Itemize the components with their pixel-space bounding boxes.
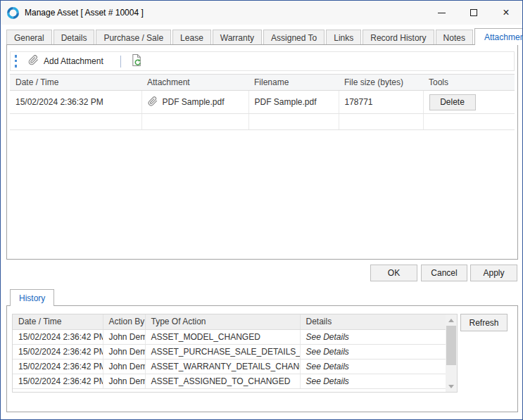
attachment-file-size: 178771 [339, 91, 423, 114]
minimize-button[interactable] [425, 1, 458, 25]
apply-button[interactable]: Apply [470, 265, 517, 281]
attachments-table: Date / Time Attachment Filename File siz… [10, 74, 515, 130]
close-icon: × [503, 7, 509, 18]
close-button[interactable]: × [490, 1, 522, 25]
history-header-row: Date / Time Action By Type Of Action Det… [13, 314, 446, 329]
maximize-icon [470, 9, 477, 16]
column-header-tools: Tools [423, 75, 515, 91]
tab-history[interactable]: History [10, 289, 54, 306]
tab-general[interactable]: General [6, 30, 52, 45]
tab-details[interactable]: Details [53, 30, 95, 45]
add-attachment-button[interactable]: Add Attachment [24, 53, 108, 70]
arrow-up-icon [448, 319, 454, 322]
scroll-down-button[interactable] [446, 381, 457, 392]
column-header-date-time: Date / Time [13, 314, 103, 329]
scroll-up-button[interactable] [446, 314, 457, 326]
minimize-icon [438, 13, 446, 13]
history-row: 15/02/2024 2:36:42 PM John Demo ASSET_PU… [13, 344, 446, 359]
history-table-container: Date / Time Action By Type Of Action Det… [12, 314, 458, 393]
delete-attachment-button[interactable]: Delete [429, 94, 476, 110]
attachment-date-time: 15/02/2024 2:36:32 PM [10, 91, 141, 114]
scrollbar-thumb[interactable] [446, 326, 456, 365]
tab-attachments[interactable]: Attachments [474, 28, 523, 45]
attachments-header-row: Date / Time Attachment Filename File siz… [10, 75, 515, 91]
column-header-filename: Filename [248, 75, 339, 91]
empty-table-row [10, 114, 515, 130]
history-panel: Date / Time Action By Type Of Action Det… [6, 305, 518, 412]
attachment-name: PDF Sample.pdf [163, 97, 225, 107]
add-attachment-label: Add Attachment [44, 56, 103, 66]
column-header-attachment: Attachment [141, 75, 248, 91]
app-logo-icon [7, 7, 19, 19]
column-header-file-size: File size (bytes) [339, 75, 423, 91]
tab-links[interactable]: Links [326, 30, 361, 45]
window-controls: × [425, 1, 522, 25]
see-details-link[interactable]: See Details [300, 329, 446, 344]
attachments-panel: Add Attachment Date / Time [6, 44, 518, 260]
column-header-details: Details [300, 314, 446, 329]
tab-assigned-to[interactable]: Assigned To [263, 30, 324, 45]
titlebar: Manage Asset [ Asset # 10004 ] × [1, 1, 522, 25]
attachment-file[interactable]: PDF Sample.pdf [148, 96, 248, 108]
paperclip-icon [148, 96, 158, 108]
see-details-link[interactable]: See Details [300, 344, 446, 359]
manage-asset-window: Manage Asset [ Asset # 10004 ] × General… [0, 0, 523, 420]
toolbar-grip-icon[interactable] [15, 55, 17, 68]
paperclip-icon [28, 55, 39, 68]
refresh-history-button[interactable]: Refresh [460, 314, 508, 331]
tab-purchase-sale[interactable]: Purchase / Sale [96, 30, 171, 45]
column-header-type-of-action: Type Of Action [145, 314, 300, 329]
tab-record-history[interactable]: Record History [363, 30, 434, 45]
attachment-filename: PDF Sample.pdf [248, 91, 339, 114]
history-row: 15/02/2024 2:36:42 PM John Demo ASSET_WA… [13, 359, 446, 374]
tab-strip: General Details Purchase / Sale Lease Wa… [6, 28, 523, 45]
attachment-row: 15/02/2024 2:36:32 PM PDF Sample.pdf PDF… [10, 91, 515, 114]
ok-button[interactable]: OK [370, 265, 417, 281]
see-details-link[interactable]: See Details [300, 374, 446, 388]
arrow-down-icon [448, 385, 454, 388]
toolbar-separator [120, 56, 121, 68]
column-header-date-time: Date / Time [10, 75, 141, 91]
history-row: 15/02/2024 2:36:42 PM John Demo ASSET_AS… [13, 374, 446, 388]
tab-warranty[interactable]: Warranty [213, 30, 262, 45]
tab-notes[interactable]: Notes [436, 30, 473, 45]
see-details-link[interactable]: See Details [300, 359, 446, 374]
history-row: 15/02/2024 2:36:42 PM John Demo ASSET_MO… [13, 329, 446, 344]
document-refresh-icon [130, 53, 144, 69]
history-table: Date / Time Action By Type Of Action Det… [13, 314, 446, 389]
refresh-attachments-button[interactable] [127, 52, 146, 70]
attachments-toolbar: Add Attachment [10, 51, 515, 71]
cancel-button[interactable]: Cancel [421, 265, 467, 281]
history-scrollbar[interactable] [446, 314, 457, 392]
maximize-button[interactable] [458, 1, 490, 25]
column-header-action-by: Action By [103, 314, 145, 329]
window-title: Manage Asset [ Asset # 10004 ] [25, 8, 144, 18]
tab-lease[interactable]: Lease [172, 30, 211, 45]
